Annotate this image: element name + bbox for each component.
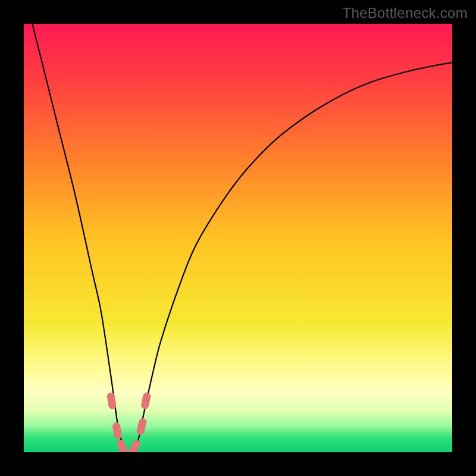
chart-svg [24, 24, 452, 452]
plot-area [24, 24, 452, 452]
watermark-text: TheBottleneck.com [342, 5, 468, 21]
chart-frame: TheBottleneck.com [0, 0, 476, 476]
gradient-background [24, 24, 452, 452]
